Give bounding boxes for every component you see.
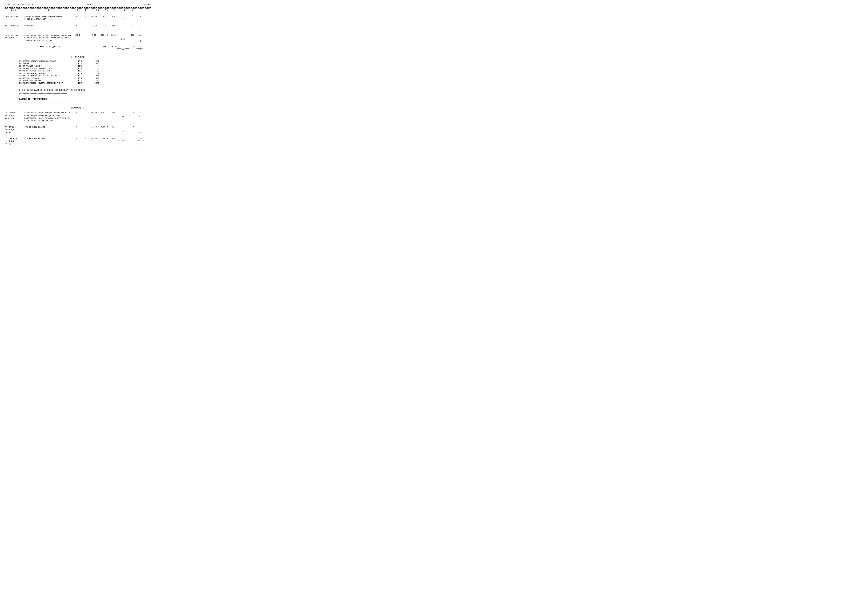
c6-76: 3,92 =: [99, 111, 110, 114]
c7-78: 60: [110, 137, 117, 139]
c10-78: 16 -------- 5: [136, 137, 144, 145]
total-dash: -: [117, 45, 129, 48]
summary-row-5: ВСЕГО ЗАРАБОТНАЯ ПЛАТА= РУБ 89: [19, 72, 151, 75]
code-78: 78'.Е7=636 46=5=1,8 ТО ЖЕ: [5, 137, 24, 145]
col-header-5: 5 :: [82, 9, 92, 11]
row-77: 77.Е7=633 46=4=1,8 ТО ЖЕ =ТО ЖЕ ПЛОЩ ДО1…: [5, 126, 151, 134]
total-label: ВСЕГО ПО РАЗДЕЛУ 6: [24, 45, 73, 48]
c9-77: 49: [129, 126, 136, 128]
summary-row-9: ВСЕГО,СТОИМОСТЬ ОБЩЕСТРОИТЕЛЬНЫХ РАБОТ =…: [19, 82, 151, 84]
col-header-6: 6 :: [92, 9, 103, 11]
c8-105: - --------: [117, 25, 129, 29]
c8-77: - - -------- 93: [117, 126, 129, 132]
c7-104: 382: [110, 15, 117, 18]
c8-78: - - -------- 33: [117, 137, 129, 144]
header-right: 31028002: [141, 3, 151, 6]
c4-77: -: [82, 126, 89, 128]
c10-109: 12 -------- 3: [136, 34, 144, 42]
razdel-equals: ========================================…: [19, 101, 151, 104]
summary-row-0: СТОИМОСТЬ ОБЩЕСТРОИТЕЛЬНЫХ РАБОТ = РУБ 2…: [19, 60, 151, 62]
column-headers: 1 : 2 : 3 : 4 : 5 : 6 : 7 : 8 : 9 : 10: [5, 8, 151, 12]
c4-104: -: [82, 15, 89, 18]
c5-104: 14,40: [89, 15, 99, 18]
c6-77: 4,52 =: [99, 126, 110, 128]
desc-105: =ОРС18=21Г: [24, 25, 73, 27]
c6-104: 26,50: [99, 15, 110, 18]
total-razdel6-sub: 93 1: [5, 48, 151, 51]
iskl-label: ИСКЛЮЧАЕТСЯ: [5, 107, 151, 109]
col-header-3: 3: [24, 9, 73, 11]
header-center: 306: [87, 3, 91, 6]
col-header-10: 10: [129, 9, 137, 11]
total-razdel6: ВСЕГО ПО РАЗДЕЛУ 6 РУБ 2675 - 88 5: [5, 45, 151, 48]
c6-109: 366,00: [99, 34, 110, 36]
summary-row-7: НАКЛАДНЫЕ РАСХОДЫ = РУБ 351: [19, 77, 151, 79]
header-left: 222-1-467.86 АА.VIII ч.II: [5, 3, 37, 6]
summary-row-6: СТОИМОСТЬ МАТЕРИАЛОВ И КОНСТРУКЦИЯ = РУБ…: [19, 75, 151, 77]
c9-104: *: [129, 15, 136, 18]
code-76: 76.Е7=630 46=3=1,8 ССЦ М2=3: [5, 111, 24, 120]
header: 222-1-467.86 АА.VIII ч.II 306 31028002: [5, 3, 151, 6]
c5-105: 21,84: [89, 25, 99, 27]
col-header-8: 8 :: [110, 9, 122, 11]
total-sub-c10: 1: [136, 48, 144, 51]
row-78: 78'.Е7=636 46=5=1,8 ТО ЖЕ =ТО ЖЕ ПЛОЩ ДО…: [5, 137, 151, 145]
c10-77: 44 -------- 13: [136, 126, 144, 134]
col-header-1: 1 : 2 :: [5, 9, 24, 11]
c8-76: - * -------- 80: [117, 111, 129, 118]
c9-78: 17: [129, 137, 136, 139]
c6-105: 21,80: [99, 25, 110, 27]
col-header-4: : 4 :: [73, 9, 82, 11]
desc-109: =ОСТЕКЛЕНИЕ ДЕРЕВЯННЫХ ОКОННЫХ ПЕРЕПЛЕТО…: [24, 34, 73, 42]
c4-105: -: [82, 25, 89, 27]
total-value: 2675: [110, 45, 117, 48]
razdel-line: РАЗДЕЛ 10. ПЕРЕГОРОДКИ: [19, 98, 151, 101]
total-c9: 88: [129, 45, 136, 48]
c8-109: - -------- 223: [117, 34, 129, 40]
summary-row-4: ОСНОВНАЯ ЗАРАБОТНАЯ ПЛАТА = РУБ 88: [19, 70, 151, 72]
summary-block: СТОИМОСТЬ ОБЩЕСТРОИТЕЛЬНЫХ РАБОТ = РУБ 2…: [19, 60, 151, 84]
col-header-9: 9 :: [122, 9, 129, 11]
unit-104: М2: [73, 15, 82, 18]
c7-109: 1914: [110, 34, 117, 36]
code-109: 109.Е15=709 201=2=36: [5, 34, 24, 40]
summary-row-3: ЗАРАБОТНАЯ ПЛАТА МАШИНИСТОВ = РУБ 1: [19, 67, 151, 70]
c10-76: 38 -------- 11: [136, 111, 144, 120]
total-sub-val: 93: [117, 48, 129, 51]
c10-105: - --------: [136, 25, 144, 31]
row-109: 109.Е15=709 201=2=36 =ОСТЕКЛЕНИЕ ДЕРЕВЯН…: [5, 34, 151, 42]
unit-78: ШТ: [73, 137, 82, 139]
c5-77: 37,00: [89, 126, 99, 128]
c5-76: 39,00: [89, 111, 99, 114]
v-tom-chisle-title: В ТОМ ЧИСЛЕ:: [5, 56, 151, 59]
desc-104: =БЛОКИ ОКОННЫЕ ДВУХСТВОРНЫЕ МАРКА ОРС12=…: [24, 15, 73, 21]
c10-104: - --------: [136, 15, 144, 21]
desc-78: =ТО ЖЕ ПЛОЩ ДО15М2: [24, 137, 73, 140]
total-c10: 5: [136, 45, 144, 48]
c7-77: 167: [110, 126, 117, 128]
summary-row-1: МАТЕРИАЛЫ = РУБ 624: [19, 63, 151, 65]
c6-78: 6,04 =: [99, 137, 110, 139]
row-105: 105.С122=100 =ОРС18=21Г М2 - 21,84 21,80…: [5, 25, 151, 31]
c9-76: 42: [129, 111, 136, 114]
total-currency: РУБ: [99, 45, 110, 48]
unit-76: ШТ: [73, 111, 82, 114]
unit-77: ШТ: [73, 126, 82, 128]
otdel-line: ОТДЕЛ 3. ВАРИАНТ ПЕРЕГОРОДОК ИЗ ГИПСОКАР…: [19, 89, 151, 91]
summary-row-8: ПЛАНОВЫЕ НАКОПЛЕНИЯ = РУБ 197: [19, 80, 151, 82]
row-76: 76.Е7=630 46=3=1,8 ССЦ М2=3 =УСТАНОВКА Г…: [5, 111, 151, 122]
code-105: 105.С122=100: [5, 25, 24, 27]
row-104: 104.С122=98 =БЛОКИ ОКОННЫЕ ДВУХСТВОРНЫЕ …: [5, 15, 151, 21]
c7-76: 153: [110, 111, 117, 114]
c5-109: 5,23: [89, 34, 99, 36]
c4-78: -: [82, 137, 89, 139]
code-104: 104.С122=98: [5, 15, 24, 18]
summary-row-2: ЭКСПЛУАТАЦИЯ МАШИН = РУБ 4: [19, 65, 151, 67]
col-header-7: 7 :: [103, 9, 110, 11]
unit-109: 100М2: [73, 34, 82, 36]
otdel-equals: ========================================…: [19, 93, 151, 95]
c5-78: 10,00: [89, 137, 99, 139]
unit-105: М2: [73, 25, 82, 27]
desc-76: =УСТАНОВКА ГИПСОБЕТОННЫХ КРУПНОПАНЕЛЬНЫХ…: [24, 111, 73, 122]
code-77: 77.Е7=633 46=4=1,8 ТО ЖЕ: [5, 126, 24, 134]
